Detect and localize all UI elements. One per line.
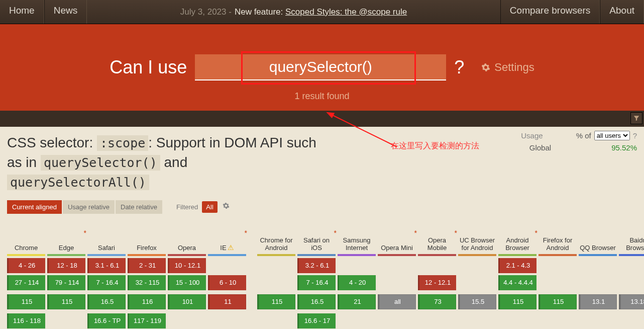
browser-strip bbox=[619, 254, 644, 256]
version-cell[interactable]: 101 bbox=[168, 294, 206, 309]
version-cell[interactable]: 13.18 bbox=[619, 294, 644, 309]
browser-header[interactable]: Chrome for Android bbox=[257, 225, 295, 254]
version-cell[interactable]: 16.6 - TP bbox=[87, 313, 126, 328]
nav-home[interactable]: Home bbox=[0, 0, 44, 24]
results-count: 1 result found bbox=[294, 91, 349, 102]
version-cell[interactable]: 2.1 - 4.3 bbox=[498, 258, 536, 273]
browser-column: Firefox2 - 3132 - 115116117 - 119 bbox=[128, 225, 166, 329]
version-cell[interactable]: 115 bbox=[539, 294, 577, 309]
hero: Can I use ? Settings 1 result found bbox=[0, 24, 644, 111]
table-settings[interactable] bbox=[223, 202, 230, 211]
browser-column: Opera Mobile*12 - 12.173 bbox=[418, 225, 456, 329]
browser-column: Safari3.1 - 6.17 - 16.416.516.6 - TP bbox=[87, 225, 126, 329]
gear-icon bbox=[223, 202, 230, 209]
version-cell[interactable]: 12 - 12.1 bbox=[418, 275, 456, 290]
browser-strip bbox=[208, 254, 246, 256]
filter-toggle[interactable] bbox=[630, 112, 642, 124]
version-cell[interactable]: 3.2 - 6.1 bbox=[297, 258, 336, 273]
browser-header[interactable]: Firefox bbox=[128, 225, 166, 254]
tab-usage-relative[interactable]: Usage relative bbox=[63, 200, 115, 214]
version-cell[interactable]: 6 - 10 bbox=[208, 275, 246, 290]
version-cell[interactable]: 73 bbox=[418, 294, 456, 309]
browser-header[interactable]: Chrome bbox=[7, 225, 45, 254]
browser-column: Edge*12 - 1879 - 114115 bbox=[47, 225, 85, 329]
question-mark: ? bbox=[454, 57, 464, 78]
browser-header[interactable]: Android Browser* bbox=[498, 225, 536, 254]
browser-header[interactable]: QQ Browser bbox=[579, 225, 617, 254]
browser-strip bbox=[297, 254, 336, 256]
tab-current-aligned[interactable]: Current aligned bbox=[7, 200, 62, 214]
help-icon[interactable]: ? bbox=[633, 131, 637, 140]
browser-header[interactable]: Safari on iOS* bbox=[297, 225, 336, 254]
browser-header[interactable]: IE ⚠* bbox=[208, 225, 246, 254]
version-cell[interactable]: 3.1 - 6.1 bbox=[87, 258, 126, 273]
news-ticker: July 3, 2023 - New feature: Scoped Style… bbox=[87, 0, 500, 24]
browser-column: Safari on iOS*3.2 - 6.17 - 16.416.516.6 … bbox=[297, 225, 336, 329]
version-cell[interactable]: 117 - 119 bbox=[128, 313, 166, 328]
feature-link[interactable]: Scoped Styles: the @scope rule bbox=[285, 7, 407, 17]
version-cell[interactable]: 13.1 bbox=[579, 294, 617, 309]
filtered-label: Filtered bbox=[173, 203, 201, 211]
browser-header[interactable]: Opera bbox=[168, 225, 206, 254]
filter-all-button[interactable]: All bbox=[202, 201, 217, 213]
browser-header[interactable]: UC Browser for Android bbox=[458, 225, 496, 254]
version-cell[interactable]: 11 bbox=[208, 294, 246, 309]
nav-news[interactable]: News bbox=[44, 0, 87, 24]
browser-header[interactable]: Baidu Browser bbox=[619, 225, 644, 254]
version-cell[interactable]: all bbox=[378, 294, 416, 309]
browser-column: Opera10 - 12.115 - 100101 bbox=[168, 225, 206, 329]
usage-select[interactable]: all users bbox=[594, 131, 630, 140]
browser-header[interactable]: Opera Mini* bbox=[378, 225, 416, 254]
version-cell[interactable]: 15 - 100 bbox=[168, 275, 206, 290]
browser-strip bbox=[168, 254, 206, 256]
version-cell[interactable]: 7 - 16.4 bbox=[87, 275, 126, 290]
browser-strip bbox=[87, 254, 126, 256]
browser-column: Samsung Internet4 - 2021 bbox=[338, 225, 376, 329]
gear-icon bbox=[481, 63, 490, 72]
browser-column: Baidu Browser13.18 bbox=[619, 225, 644, 329]
version-cell[interactable]: 15.5 bbox=[458, 294, 496, 309]
version-cell[interactable]: 12 - 18 bbox=[47, 258, 85, 273]
version-cell[interactable]: 4 - 20 bbox=[338, 275, 376, 290]
browser-header[interactable]: Samsung Internet bbox=[338, 225, 376, 254]
version-cell[interactable]: 115 bbox=[47, 294, 85, 309]
browser-header[interactable]: Opera Mobile* bbox=[418, 225, 456, 254]
version-cell[interactable]: 27 - 114 bbox=[7, 275, 45, 290]
browser-column: UC Browser for Android15.5 bbox=[458, 225, 496, 329]
settings-link[interactable]: Settings bbox=[481, 61, 534, 74]
browser-header[interactable]: Firefox for Android bbox=[539, 225, 577, 254]
version-cell[interactable]: 116 bbox=[128, 294, 166, 309]
browser-strip bbox=[47, 254, 85, 256]
browser-strip bbox=[579, 254, 617, 256]
version-cell[interactable]: 4 - 26 bbox=[7, 258, 45, 273]
version-cell[interactable]: 115 bbox=[7, 294, 45, 309]
version-cell[interactable]: 16.6 - 17 bbox=[297, 313, 336, 328]
browser-strip bbox=[378, 254, 416, 256]
version-cell[interactable]: 79 - 114 bbox=[47, 275, 85, 290]
version-cell[interactable]: 32 - 115 bbox=[128, 275, 166, 290]
nav-compare[interactable]: Compare browsers bbox=[500, 0, 600, 24]
browser-header[interactable]: Safari bbox=[87, 225, 126, 254]
version-cell[interactable]: 10 - 12.1 bbox=[168, 258, 206, 273]
browser-column: IE ⚠*6 - 1011 bbox=[208, 225, 246, 329]
version-cell[interactable]: 115 bbox=[498, 294, 536, 309]
nav-about[interactable]: About bbox=[600, 0, 644, 24]
feature-title: CSS selector: :scope: Support in DOM API… bbox=[7, 133, 329, 192]
browser-strip bbox=[539, 254, 577, 256]
version-cell[interactable]: 2 - 31 bbox=[128, 258, 166, 273]
version-cell[interactable]: 7 - 16.4 bbox=[297, 275, 336, 290]
annotation-text: 在这里写入要检测的方法 bbox=[391, 141, 479, 151]
site-title: Can I use bbox=[110, 57, 187, 78]
version-cell[interactable]: 116 - 118 bbox=[7, 313, 45, 328]
global-pct: 95.52% bbox=[611, 143, 637, 152]
version-cell[interactable]: 115 bbox=[257, 294, 295, 309]
browser-header[interactable]: Edge* bbox=[47, 225, 85, 254]
version-cell[interactable]: 21 bbox=[338, 294, 376, 309]
version-cell[interactable]: 16.5 bbox=[297, 294, 336, 309]
search-input[interactable] bbox=[195, 54, 446, 80]
tab-date-relative[interactable]: Date relative bbox=[116, 200, 162, 214]
version-cell[interactable]: 16.5 bbox=[87, 294, 126, 309]
browser-strip bbox=[7, 254, 45, 256]
browser-column: Firefox for Android115 bbox=[539, 225, 577, 329]
version-cell[interactable]: 4.4 - 4.4.4 bbox=[498, 275, 536, 290]
